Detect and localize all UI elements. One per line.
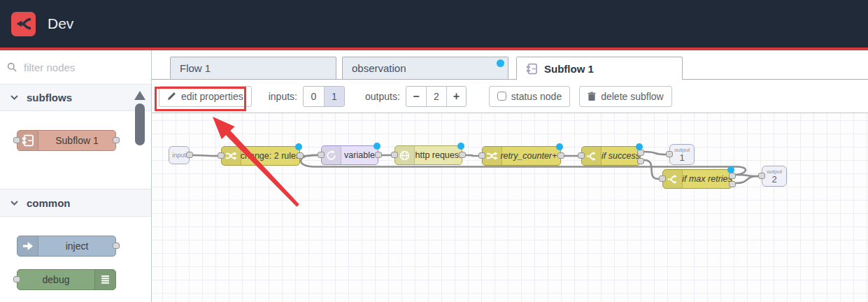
tab-subflow-1[interactable]: Subflow 1: [516, 57, 683, 80]
port[interactable]: [478, 152, 485, 159]
port[interactable]: [113, 243, 120, 249]
filter-nodes-input[interactable]: [22, 61, 120, 74]
port[interactable]: [186, 152, 193, 158]
timer-icon: [322, 146, 341, 164]
switch-icon: [663, 170, 683, 188]
flow-node-retry[interactable]: retry_counter++: [482, 146, 561, 166]
node-label: variable: [341, 146, 378, 164]
flow-node-ifmax[interactable]: if max retries: [662, 169, 732, 189]
pin-number: 2: [771, 175, 776, 185]
switch-icon: [582, 147, 602, 165]
node-label: change: 2 rules: [241, 147, 299, 165]
category-label: subflows: [27, 92, 72, 103]
inputs-option-1[interactable]: 1: [324, 87, 344, 106]
subflow-icon: [17, 131, 38, 150]
app-header: Dev: [0, 0, 868, 48]
port[interactable]: [113, 137, 120, 143]
app-title: Dev: [48, 15, 73, 32]
debug-lines-icon: [94, 270, 115, 289]
port[interactable]: [459, 152, 466, 158]
port[interactable]: [659, 175, 666, 182]
port[interactable]: [318, 152, 325, 158]
port[interactable]: [557, 152, 564, 159]
node-modified-dot: [727, 166, 734, 173]
globe-icon: [395, 146, 415, 164]
chevron-down-icon: [10, 95, 18, 100]
flow-node-input[interactable]: input: [169, 146, 190, 164]
port[interactable]: [391, 152, 398, 158]
inject-arrow-icon: [17, 236, 38, 256]
tab-label: Flow 1: [180, 62, 211, 74]
flow-node-change[interactable]: change: 2 rules: [221, 146, 300, 166]
port[interactable]: [758, 173, 765, 179]
palette-scrollbar-thumb[interactable]: [135, 103, 145, 145]
shuffle-icon: [483, 147, 502, 165]
palette-node-debug[interactable]: debug: [17, 269, 116, 290]
node-label: inject: [38, 236, 115, 256]
flow-canvas[interactable]: inputchange: 2 rulesvariablehttp request…: [152, 113, 868, 302]
port[interactable]: [729, 181, 736, 187]
pin-number: 1: [679, 153, 684, 163]
tab-label: observation: [352, 62, 406, 74]
port[interactable]: [13, 137, 20, 143]
node-label: Subflow 1: [38, 131, 115, 150]
palette-filter: [0, 50, 151, 84]
inputs-toggle: 0 1: [303, 86, 345, 107]
node-modified-dot: [556, 143, 563, 150]
palette-scroll-up-arrow[interactable]: [134, 91, 145, 100]
edit-properties-button[interactable]: edit properties: [159, 86, 252, 107]
port[interactable]: [666, 151, 673, 157]
node-palette: subflows Subflow 1 common injectdebugcom…: [0, 50, 152, 302]
palette-node-inject[interactable]: inject: [17, 236, 116, 257]
palette-zone-common: injectdebugcomplete: [0, 236, 151, 302]
outputs-value: 2: [426, 87, 446, 106]
node-label: if success: [602, 147, 640, 165]
node-red-logo-icon: [11, 12, 36, 36]
shuffle-icon: [222, 147, 241, 165]
node-label: debug: [17, 270, 94, 289]
port[interactable]: [375, 152, 382, 158]
pencil-icon: [167, 92, 176, 101]
pin-label: input: [172, 152, 186, 159]
flow-node-output1[interactable]: output1: [669, 144, 695, 165]
port[interactable]: [297, 152, 304, 159]
inputs-option-0[interactable]: 0: [304, 87, 324, 106]
search-icon: [7, 62, 17, 72]
delete-subflow-button[interactable]: delete subflow: [579, 86, 672, 107]
category-label: common: [27, 197, 71, 209]
node-modified-dot: [636, 143, 643, 150]
chevron-down-icon: [10, 201, 18, 206]
trash-icon: [588, 92, 596, 101]
subflow-icon: [526, 63, 538, 75]
status-node-checkbox[interactable]: [497, 92, 506, 101]
palette-node-subflow-1[interactable]: Subflow 1: [17, 130, 116, 151]
workspace-tabbar: Flow 1 observation Subflow 1: [152, 50, 868, 80]
tab-label: Subflow 1: [544, 63, 594, 75]
palette-zone-subflows: Subflow 1: [0, 130, 151, 189]
port[interactable]: [13, 276, 20, 282]
port[interactable]: [578, 152, 585, 159]
flow-node-ifsuccess[interactable]: if success: [581, 146, 641, 166]
node-label: retry_counter++: [502, 147, 560, 165]
status-node-button[interactable]: status node: [489, 86, 570, 107]
palette-category-common[interactable]: common: [0, 189, 151, 217]
palette-category-subflows[interactable]: subflows: [0, 84, 151, 111]
node-modified-dot: [295, 143, 302, 150]
nodes-layer: inputchange: 2 rulesvariablehttp request…: [152, 113, 868, 302]
tab-observation[interactable]: observation: [342, 57, 508, 79]
flow-node-http[interactable]: http request: [394, 145, 462, 165]
node-modified-dot: [373, 143, 380, 150]
modified-indicator: [497, 59, 504, 67]
flow-node-output2[interactable]: output2: [762, 166, 787, 187]
port[interactable]: [637, 158, 644, 164]
port[interactable]: [218, 152, 225, 159]
node-modified-dot: [457, 143, 464, 150]
outputs-label: outputs:: [365, 91, 400, 102]
outputs-increment-button[interactable]: +: [446, 87, 466, 106]
outputs-decrement-button[interactable]: −: [406, 87, 426, 106]
outputs-stepper: − 2 +: [406, 86, 467, 107]
subflow-toolbar: edit properties inputs: 0 1 outputs: − 2…: [152, 80, 868, 113]
node-label: if max retries: [683, 170, 732, 188]
flow-node-variable[interactable]: variable: [321, 145, 378, 165]
tab-flow-1[interactable]: Flow 1: [170, 57, 336, 79]
